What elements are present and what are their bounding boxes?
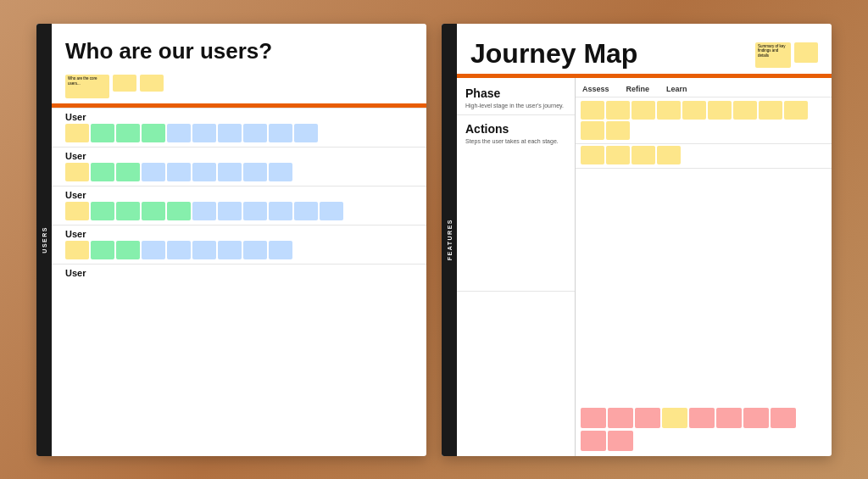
sticky (269, 124, 292, 142)
slide2-content: Journey Map Summary of key findings and … (457, 24, 832, 456)
sticky (65, 163, 89, 181)
sticky (142, 124, 165, 142)
user-stickies-2 (65, 163, 413, 184)
action-sticky (581, 121, 604, 140)
user-section-2: User (52, 147, 426, 186)
sticky (269, 163, 292, 181)
action-sticky (632, 101, 655, 120)
header-sticky-1: Summary of key findings and details (755, 42, 791, 68)
sticky (218, 202, 242, 220)
user-title-2: User (65, 151, 413, 161)
slide2-title: Journey Map (470, 39, 637, 69)
feeling-sticky (716, 408, 742, 428)
feeling-sticky (743, 408, 769, 428)
sticky (294, 202, 318, 220)
slide1-top-stickies: Who are the core users... (52, 70, 426, 103)
feeling-sticky (608, 431, 633, 451)
action-sticky (581, 101, 604, 120)
user-title-5: User (65, 268, 413, 278)
header-sticky-2 (794, 42, 818, 63)
sticky (218, 163, 242, 181)
sticky (294, 124, 318, 142)
sticky (167, 241, 191, 259)
feeling-sticky (689, 408, 715, 428)
user-section-1: User (52, 108, 426, 147)
phase-label-learn: Learn (666, 85, 687, 93)
action-sticky (632, 146, 655, 164)
sticky (65, 124, 89, 142)
sticky (243, 163, 267, 181)
action-sticky (733, 101, 757, 120)
sticky (192, 241, 216, 259)
sticky (91, 163, 114, 181)
slide-tab-label: USERS (42, 226, 47, 253)
user-stickies-1 (65, 124, 413, 145)
sticky (142, 241, 165, 259)
action-sticky (657, 101, 681, 120)
top-sticky-3 (140, 75, 164, 92)
sticky (218, 124, 242, 142)
sticky (142, 163, 165, 181)
sticky (192, 163, 216, 181)
sticky (167, 124, 191, 142)
journey-main: Phase High-level stage in the user's jou… (457, 78, 832, 456)
sticky (243, 202, 267, 220)
journey-left-col: Phase High-level stage in the user's jou… (457, 78, 576, 456)
slide-tab-users: USERS (36, 24, 52, 456)
feeling-sticky (608, 408, 633, 428)
sticky (167, 163, 191, 181)
feelings-stickies-2 (581, 431, 826, 451)
feeling-sticky (662, 408, 687, 428)
actions-title: Actions (465, 122, 566, 136)
slide2-header: Journey Map Summary of key findings and … (457, 24, 832, 74)
feelings-cell (576, 169, 832, 456)
user-stickies-3 (65, 202, 413, 223)
sticky (91, 202, 114, 220)
actions-stickies-row (576, 97, 832, 144)
sticky (116, 241, 140, 259)
action-sticky (657, 146, 681, 164)
slide1-header: Who are our users? (52, 24, 426, 70)
action-sticky (708, 101, 732, 120)
slide-tab-journey-label: FEATURES (447, 219, 453, 260)
sticky (192, 124, 216, 142)
user-title-3: User (65, 190, 413, 200)
user-section-4: User (52, 225, 426, 264)
actions-stickies-row2 (576, 144, 832, 169)
user-section-5: User (52, 264, 426, 281)
slides-container: USERS Who are our users? Who are the cor… (21, 8, 847, 471)
sticky (91, 124, 114, 142)
journey-left-bottom (457, 292, 575, 456)
slide-tab-journey: FEATURES (442, 24, 457, 456)
sticky (167, 202, 191, 220)
action-sticky (606, 121, 630, 140)
action-sticky (606, 146, 630, 164)
action-sticky (581, 146, 604, 164)
user-title-1: User (65, 112, 413, 122)
sticky (142, 202, 165, 220)
action-sticky (682, 101, 706, 120)
sticky (243, 241, 267, 259)
sticky (65, 241, 89, 259)
feelings-stickies (581, 408, 826, 428)
slide-journey: FEATURES Journey Map Summary of key find… (442, 24, 832, 456)
phase-labels-row: Assess Refine Learn (576, 78, 832, 97)
user-title-4: User (65, 229, 413, 239)
sticky (192, 202, 216, 220)
actions-desc: Steps the user takes at each stage. (465, 137, 566, 146)
phase-title: Phase (465, 86, 566, 100)
feeling-sticky (635, 408, 660, 428)
action-sticky (759, 101, 782, 120)
slide2-header-stickies: Summary of key findings and details (755, 42, 818, 68)
action-sticky (606, 101, 630, 120)
user-section-3: User (52, 186, 426, 225)
top-sticky-1: Who are the core users... (65, 75, 109, 98)
sticky (116, 163, 140, 181)
user-stickies-4 (65, 241, 413, 262)
sticky (91, 241, 114, 259)
sticky (320, 202, 343, 220)
actions-cell: Actions Steps the user takes at each sta… (457, 115, 575, 291)
journey-right-col: Assess Refine Learn (576, 78, 832, 456)
phase-desc: High-level stage in the user's journey. (465, 102, 566, 110)
slide-users: USERS Who are our users? Who are the cor… (36, 24, 426, 456)
